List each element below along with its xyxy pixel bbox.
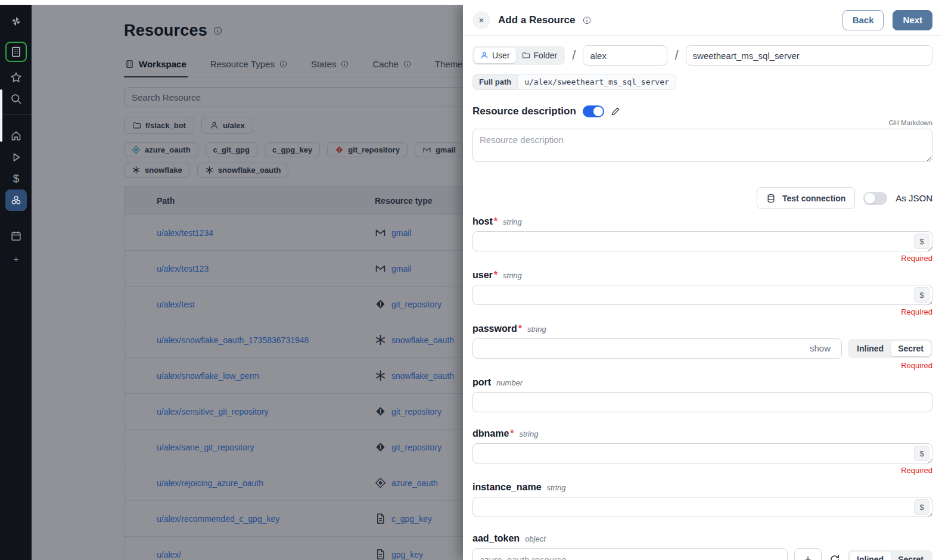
pencil-icon[interactable] bbox=[611, 107, 620, 116]
as-json-toggle[interactable] bbox=[863, 192, 887, 205]
field-password: password* string show Inlined Secret Req… bbox=[472, 323, 932, 370]
favorites-star-icon[interactable] bbox=[5, 67, 27, 88]
field-name: host bbox=[472, 216, 493, 227]
back-button[interactable]: Back bbox=[842, 10, 884, 30]
inlined-button[interactable]: Inlined bbox=[850, 341, 891, 356]
info-icon[interactable] bbox=[583, 16, 591, 24]
path-selector-row: User Folder / / bbox=[472, 45, 932, 66]
resource-description-textarea[interactable] bbox=[472, 129, 932, 162]
home-icon[interactable] bbox=[5, 125, 27, 147]
folder-icon bbox=[522, 51, 530, 60]
field-user: user* string $ Required bbox=[472, 270, 932, 316]
required-label: Required bbox=[472, 307, 932, 316]
top-strip bbox=[0, 0, 942, 5]
field-name: port bbox=[472, 377, 491, 388]
dbname-input[interactable] bbox=[472, 443, 932, 463]
windmill-logo-icon[interactable] bbox=[5, 11, 27, 32]
secret-button[interactable]: Secret bbox=[891, 552, 931, 560]
refresh-icon[interactable] bbox=[828, 553, 841, 560]
description-toggle[interactable] bbox=[583, 105, 604, 117]
drawer-title: Add a Resource bbox=[498, 14, 575, 26]
required-marker: * bbox=[494, 270, 498, 281]
required-label: Required bbox=[472, 254, 932, 263]
add-resource-drawer: × Add a Resource Back Next User Folder /… bbox=[463, 5, 942, 560]
owner-input[interactable] bbox=[583, 45, 667, 66]
resources-icon[interactable] bbox=[5, 189, 27, 211]
next-button[interactable]: Next bbox=[893, 10, 932, 30]
aad-token-resource-input[interactable] bbox=[472, 548, 788, 560]
field-host: host* string $ Required bbox=[472, 216, 932, 263]
field-type: number bbox=[496, 378, 523, 387]
variables-dollar-icon[interactable]: $ bbox=[5, 168, 27, 189]
password-input[interactable] bbox=[472, 338, 842, 359]
field-instance-name: instance_name string $ bbox=[472, 482, 932, 517]
field-aad-token: aad_token object + Inlined Secret bbox=[472, 533, 932, 560]
field-name: password bbox=[472, 323, 517, 334]
description-heading: Resource description bbox=[472, 105, 576, 117]
sidebar-divider bbox=[0, 114, 32, 115]
test-connection-row: Test connection As JSON bbox=[472, 187, 932, 209]
full-path: Full path u/alex/sweetheart_ms_sql_serve… bbox=[472, 74, 676, 90]
secret-button[interactable]: Secret bbox=[891, 341, 931, 356]
field-name: aad_token bbox=[472, 533, 520, 544]
add-resource-button[interactable]: + bbox=[794, 548, 822, 560]
host-input[interactable] bbox=[472, 231, 932, 251]
field-name: instance_name bbox=[472, 482, 542, 493]
owner-kind-segmented: User Folder bbox=[472, 46, 565, 65]
sidebar-item-workspace[interactable] bbox=[5, 42, 27, 62]
insert-variable-button[interactable]: $ bbox=[914, 499, 929, 515]
required-label: Required bbox=[472, 361, 932, 370]
test-connection-button[interactable]: Test connection bbox=[757, 187, 855, 209]
field-dbname: dbname* string $ Required bbox=[472, 428, 932, 475]
folder-segment-label: Folder bbox=[534, 51, 558, 60]
resource-name-input[interactable] bbox=[686, 45, 933, 66]
required-marker: * bbox=[518, 323, 522, 334]
field-port: port number bbox=[472, 377, 932, 412]
runs-play-icon[interactable] bbox=[5, 147, 27, 168]
drawer-header: × Add a Resource Back Next bbox=[463, 5, 942, 36]
insert-variable-button[interactable]: $ bbox=[914, 446, 929, 461]
inlined-button[interactable]: Inlined bbox=[850, 552, 891, 560]
test-connection-label: Test connection bbox=[782, 194, 845, 203]
field-type: object bbox=[525, 534, 546, 543]
user-input[interactable] bbox=[472, 285, 932, 305]
sidebar: $ + bbox=[0, 5, 32, 560]
field-type: string bbox=[547, 483, 566, 492]
field-type: string bbox=[503, 271, 522, 280]
field-name: user bbox=[472, 270, 493, 281]
close-icon[interactable]: × bbox=[472, 11, 490, 29]
user-segment-label: User bbox=[492, 51, 510, 60]
show-password-button[interactable]: show bbox=[806, 343, 834, 354]
field-type: string bbox=[520, 430, 539, 438]
field-type: string bbox=[527, 325, 546, 334]
path-separator: / bbox=[674, 48, 678, 63]
password-mode-segmented: Inlined Secret bbox=[848, 339, 932, 358]
folder-segment-button[interactable]: Folder bbox=[516, 48, 564, 63]
user-icon bbox=[480, 51, 489, 60]
gh-markdown-hint: GH Markdown bbox=[472, 119, 932, 126]
insert-variable-button[interactable]: $ bbox=[914, 287, 929, 303]
path-separator: / bbox=[572, 48, 576, 63]
modal-dim-overlay[interactable] bbox=[32, 5, 463, 560]
required-marker: * bbox=[494, 216, 498, 227]
as-json-label: As JSON bbox=[896, 193, 932, 203]
port-input[interactable] bbox=[472, 392, 932, 412]
instance-name-input[interactable] bbox=[472, 497, 932, 517]
insert-variable-button[interactable]: $ bbox=[914, 234, 929, 249]
required-marker: * bbox=[510, 428, 514, 439]
required-label: Required bbox=[472, 466, 932, 475]
field-type: string bbox=[503, 217, 522, 226]
full-path-value: u/alex/sweetheart_ms_sql_server bbox=[517, 74, 676, 90]
schedules-calendar-icon[interactable] bbox=[5, 225, 27, 247]
description-heading-row: Resource description bbox=[472, 105, 932, 117]
full-path-label: Full path bbox=[472, 74, 517, 90]
aad-token-mode-segmented: Inlined Secret bbox=[848, 550, 932, 560]
field-name: dbname bbox=[472, 428, 509, 439]
database-icon bbox=[766, 194, 776, 203]
add-plus-icon[interactable]: + bbox=[5, 248, 27, 269]
search-icon[interactable] bbox=[5, 88, 27, 110]
user-segment-button[interactable]: User bbox=[474, 48, 516, 63]
sidebar-scrollbar[interactable] bbox=[0, 89, 2, 142]
